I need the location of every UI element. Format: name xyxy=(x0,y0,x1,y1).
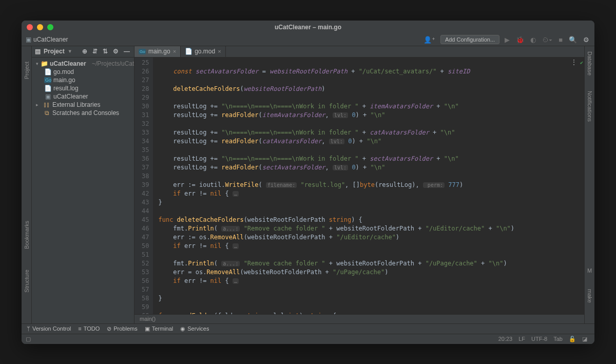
bottom-tool-bar: ᛘVersion Control ≡TODO ⊘Problems ▣Termin… xyxy=(22,323,594,334)
make-letter: M xyxy=(587,267,592,274)
tree-file[interactable]: ▣uCatCleaner xyxy=(32,92,134,101)
settings-icon[interactable]: ⚙ xyxy=(582,36,590,44)
maximize-window-button[interactable] xyxy=(47,24,53,30)
structure-tool[interactable]: Structure xyxy=(24,270,30,293)
run-icon[interactable]: ▶ xyxy=(504,36,511,44)
tree-external-libs[interactable]: ▸⫿⫿External Libraries xyxy=(32,101,134,109)
code-area[interactable]: const sectAvatarsFolder = websiteRootFol… xyxy=(153,58,584,314)
right-tool-rail: Database Notifications M make xyxy=(584,46,594,323)
bookmarks-tool[interactable]: Bookmarks xyxy=(24,221,30,249)
warning-icon: ⊘ xyxy=(107,325,111,332)
project-sidebar: ▤ Project ▼ ⊕ ⇵ ⇅ ⚙ — ▾📁uCatCleaner ~/Pr… xyxy=(32,46,134,323)
expand-all-icon[interactable]: ⇵ xyxy=(91,48,99,55)
folder-icon: ▣ xyxy=(26,36,31,43)
window-controls xyxy=(27,24,53,30)
search-icon[interactable]: 🔍 xyxy=(568,36,578,44)
titlebar: uCatCleaner – main.go xyxy=(22,21,594,34)
notifications-tool[interactable]: Notifications xyxy=(587,91,593,122)
debug-icon[interactable]: 🐞 xyxy=(515,36,525,44)
error-stripe[interactable]: ⋮ ✔ xyxy=(578,58,584,314)
editor-tabs: Gomain.go× 📄go.mod× xyxy=(134,46,584,58)
tree-root[interactable]: ▾📁uCatCleaner ~/Projects/uCatCleaner xyxy=(32,60,134,68)
close-window-button[interactable] xyxy=(27,24,33,30)
services-icon: ◉ xyxy=(180,325,185,332)
tree-file[interactable]: 📄result.log xyxy=(32,84,134,92)
statusbar: ▢ 20:23 LF UTF-8 Tab 🔓 ◪ xyxy=(22,334,594,344)
left-tool-rail: Project Bookmarks Structure xyxy=(22,46,32,323)
select-opened-icon[interactable]: ⊕ xyxy=(81,48,88,55)
tab-main-go[interactable]: Gomain.go× xyxy=(134,46,181,57)
breadcrumb[interactable]: main() xyxy=(134,314,584,323)
lock-icon[interactable]: 🔓 xyxy=(566,336,579,342)
vcs-tool[interactable]: ᛘVersion Control xyxy=(27,325,71,332)
list-icon: ≡ xyxy=(78,325,81,332)
problems-tool[interactable]: ⊘Problems xyxy=(107,325,137,332)
project-tool[interactable]: Project xyxy=(24,62,30,79)
add-configuration-button[interactable]: Add Configuration... xyxy=(440,35,499,44)
encoding[interactable]: UTF-8 xyxy=(528,336,550,342)
terminal-tool[interactable]: ▣Terminal xyxy=(145,325,174,332)
hide-icon[interactable]: — xyxy=(123,48,131,55)
line-gutter: 2526272829303132333435363738394243444546… xyxy=(134,58,153,314)
settings-icon[interactable]: ⚙ xyxy=(112,48,120,55)
close-icon[interactable]: × xyxy=(173,48,176,54)
inspection-ok-icon[interactable]: ✔ xyxy=(580,60,583,65)
tree-scratches[interactable]: ⧉Scratches and Consoles xyxy=(32,109,134,117)
minimize-window-button[interactable] xyxy=(37,24,43,30)
code-editor[interactable]: 2526272829303132333435363738394243444546… xyxy=(134,58,584,314)
branch-icon: ᛘ xyxy=(27,325,30,332)
tree-file[interactable]: 📄go.mod xyxy=(32,68,134,76)
indent[interactable]: Tab xyxy=(550,336,566,342)
folder-icon: ▤ xyxy=(35,48,41,55)
tool-window-toggle-icon[interactable]: ▢ xyxy=(26,336,31,342)
line-ending[interactable]: LF xyxy=(515,336,528,342)
tab-go-mod[interactable]: 📄go.mod× xyxy=(181,46,225,57)
make-tool[interactable]: make xyxy=(587,289,593,303)
profile-icon[interactable]: ⏲▾ xyxy=(541,36,553,44)
sidebar-title: Project xyxy=(44,48,65,55)
stop-icon[interactable]: ■ xyxy=(557,36,564,44)
ide-status-icon[interactable]: ◪ xyxy=(579,336,590,342)
services-tool[interactable]: ◉Services xyxy=(180,325,209,332)
terminal-icon: ▣ xyxy=(145,325,150,332)
project-crumb[interactable]: uCatCleaner xyxy=(33,36,68,43)
coverage-icon[interactable]: ◐ xyxy=(529,36,537,44)
project-tree: ▾📁uCatCleaner ~/Projects/uCatCleaner 📄go… xyxy=(32,58,134,119)
caret-position[interactable]: 20:23 xyxy=(495,336,516,342)
ide-window: uCatCleaner – main.go ▣ uCatCleaner 👤⁺ A… xyxy=(22,21,594,344)
database-tool[interactable]: Database xyxy=(587,51,593,75)
navbar: ▣ uCatCleaner 👤⁺ Add Configuration... ▶ … xyxy=(22,34,594,46)
close-icon[interactable]: × xyxy=(218,48,221,54)
window-title: uCatCleaner – main.go xyxy=(275,24,341,31)
user-add-icon[interactable]: 👤⁺ xyxy=(422,36,436,44)
collapse-all-icon[interactable]: ⇅ xyxy=(102,48,109,55)
todo-tool[interactable]: ≡TODO xyxy=(78,325,100,332)
tree-file[interactable]: Gomain.go xyxy=(32,76,134,84)
editor-menu-icon[interactable]: ⋮ xyxy=(571,59,577,66)
sidebar-header: ▤ Project ▼ ⊕ ⇵ ⇅ ⚙ — xyxy=(32,46,134,58)
